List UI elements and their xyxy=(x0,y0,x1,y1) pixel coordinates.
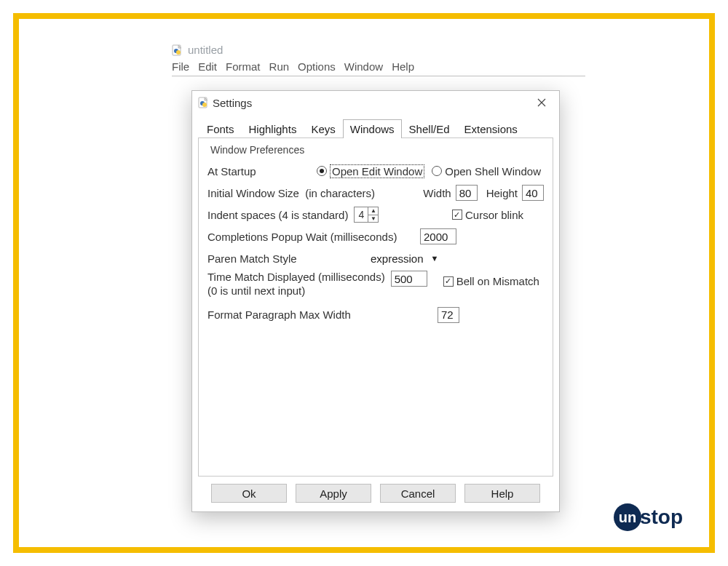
watermark-bubble: un xyxy=(614,503,641,531)
python-file-icon xyxy=(198,97,210,108)
dialog-title: Settings xyxy=(210,97,530,109)
input-format-para-width[interactable] xyxy=(438,307,459,323)
input-width[interactable] xyxy=(456,185,478,201)
watermark-logo: un stop xyxy=(614,503,683,531)
section-title: Window Preferences xyxy=(210,144,544,156)
checkbox-box-icon xyxy=(452,210,462,220)
label-initial-window-size: Initial Window Size (in characters) xyxy=(207,187,375,199)
label-time-match-line1: Time Match Displayed (milliseconds) xyxy=(207,271,385,284)
radio-open-shell-label: Open Shell Window xyxy=(445,165,541,178)
input-height[interactable] xyxy=(522,185,544,201)
label-paren-match-style: Paren Match Style xyxy=(207,252,371,265)
chevron-down-icon[interactable]: ▼ xyxy=(368,215,378,223)
settings-dialog: Settings Fonts Highlights Keys Windows S… xyxy=(191,90,560,512)
dropdown-paren-match-style[interactable]: expression ▼ xyxy=(371,252,438,265)
ok-button[interactable]: Ok xyxy=(211,484,287,503)
label-format-para-width: Format Paragraph Max Width xyxy=(207,308,351,321)
radio-open-edit-window[interactable]: Open Edit Window xyxy=(317,164,424,178)
menu-run[interactable]: Run xyxy=(269,60,290,73)
svg-point-5 xyxy=(202,103,207,107)
tab-fonts[interactable]: Fonts xyxy=(199,119,242,138)
checkbox-box-icon xyxy=(443,276,454,287)
spinner-value: 4 xyxy=(355,207,368,222)
menu-format[interactable]: Format xyxy=(226,60,261,73)
menu-help[interactable]: Help xyxy=(392,60,414,73)
checkbox-bell-mismatch[interactable]: Bell on Mismatch xyxy=(443,275,539,287)
input-completions-wait[interactable] xyxy=(420,228,456,244)
label-indent-spaces: Indent spaces (4 is standard) xyxy=(207,209,348,221)
menu-window[interactable]: Window xyxy=(344,60,383,73)
close-icon[interactable] xyxy=(530,92,553,113)
dropdown-value: expression xyxy=(371,252,424,265)
radio-open-edit-label: Open Edit Window xyxy=(330,164,424,178)
apply-button[interactable]: Apply xyxy=(296,484,371,503)
python-file-icon xyxy=(172,44,183,56)
chevron-up-icon[interactable]: ▲ xyxy=(368,207,378,215)
help-button[interactable]: Help xyxy=(464,484,540,503)
tab-windows[interactable]: Windows xyxy=(343,119,402,138)
menu-bar: File Edit Format Run Options Window Help xyxy=(172,56,585,76)
label-bell-mismatch: Bell on Mismatch xyxy=(456,275,539,287)
radio-dot-icon xyxy=(432,166,442,176)
tab-panel: Window Preferences At Startup Open Edit … xyxy=(198,137,553,477)
label-at-startup: At Startup xyxy=(207,165,317,178)
menu-edit[interactable]: Edit xyxy=(198,60,217,73)
radio-open-shell-window[interactable]: Open Shell Window xyxy=(432,165,541,178)
label-completions-wait: Completions Popup Wait (milliseconds) xyxy=(207,231,397,243)
chevron-down-icon: ▼ xyxy=(431,254,439,263)
watermark-text: stop xyxy=(640,506,683,529)
input-time-match[interactable] xyxy=(391,271,427,287)
label-height: Height xyxy=(486,187,518,199)
label-time-match-line2: (0 is until next input) xyxy=(207,284,385,298)
editor-window: untitled File Edit Format Run Options Wi… xyxy=(172,44,571,76)
tab-keys[interactable]: Keys xyxy=(304,119,342,138)
tab-highlights[interactable]: Highlights xyxy=(242,119,304,138)
tab-strip: Fonts Highlights Keys Windows Shell/Ed E… xyxy=(192,114,559,137)
svg-point-2 xyxy=(176,50,181,55)
tab-extensions[interactable]: Extensions xyxy=(456,119,524,138)
menu-options[interactable]: Options xyxy=(298,60,336,73)
checkbox-cursor-blink[interactable]: Cursor blink xyxy=(452,209,523,221)
cancel-button[interactable]: Cancel xyxy=(380,484,456,503)
editor-title: untitled xyxy=(188,44,223,56)
label-width: Width xyxy=(423,187,451,199)
spinner-indent-spaces[interactable]: 4 ▲ ▼ xyxy=(354,207,379,223)
radio-dot-icon xyxy=(317,166,327,176)
outer-frame: untitled File Edit Format Run Options Wi… xyxy=(13,13,715,553)
label-cursor-blink: Cursor blink xyxy=(465,209,523,221)
tab-shelled[interactable]: Shell/Ed xyxy=(402,119,457,138)
menu-file[interactable]: File xyxy=(172,60,189,73)
